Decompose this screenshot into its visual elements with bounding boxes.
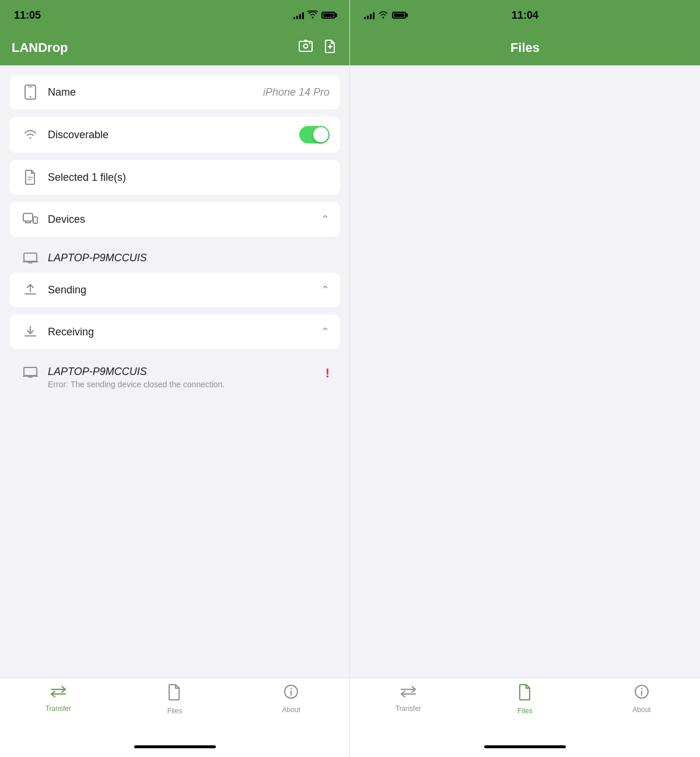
discoverable-toggle[interactable] (299, 126, 330, 143)
sending-icon (20, 283, 41, 297)
left-home-bar (134, 745, 216, 748)
error-device-info: LAPTOP-P9MCCUIS Error: The sending devic… (41, 366, 326, 391)
right-app-header: Files (350, 30, 700, 65)
receiving-card: Receiving ⌃ (9, 314, 340, 349)
wifi-settings-icon (20, 129, 41, 140)
svg-rect-7 (23, 213, 33, 221)
laptop-icon (20, 253, 41, 264)
battery-icon (321, 12, 335, 19)
name-row[interactable]: Name iPhone 14 Pro (9, 75, 340, 110)
svg-point-1 (304, 44, 308, 48)
files-label: Selected 1 file(s) (41, 171, 330, 184)
laptop-device-name: LAPTOP-P9MCCUIS (41, 252, 330, 264)
file-icon (20, 170, 41, 185)
discoverable-label: Discoverable (41, 129, 299, 141)
right-files-nav-icon (518, 684, 532, 705)
left-time: 11:05 (14, 9, 41, 22)
left-about-label: About (282, 706, 300, 714)
right-wifi-icon (378, 10, 388, 20)
name-card: Name iPhone 14 Pro (9, 75, 340, 110)
right-panel: 11:04 Files Transfer (350, 0, 700, 757)
right-status-icons-left (364, 10, 406, 20)
right-about-label: About (632, 706, 650, 714)
devices-label: Devices (41, 213, 314, 226)
add-file-icon[interactable] (323, 38, 338, 57)
left-status-icons (293, 10, 335, 20)
right-bottom-nav: Transfer Files About (350, 678, 700, 736)
sending-label: Sending (41, 284, 314, 296)
error-exclamation-icon: ! (326, 366, 330, 381)
devices-row[interactable]: Devices ⌃ (9, 202, 340, 237)
right-nav-about[interactable]: About (621, 684, 662, 714)
left-home-indicator (0, 736, 349, 757)
files-card: Selected 1 file(s) (9, 160, 340, 195)
svg-rect-12 (24, 335, 36, 337)
discoverable-card: Discoverable (9, 117, 340, 153)
svg-point-17 (641, 688, 642, 689)
name-value: iPhone 14 Pro (263, 86, 330, 99)
left-transfer-label: Transfer (46, 705, 71, 713)
left-nav-about[interactable]: About (271, 684, 312, 714)
left-bottom-nav: Transfer Files About (0, 678, 349, 736)
right-status-bar: 11:04 (350, 0, 700, 30)
right-signal-icon (364, 11, 374, 19)
laptop-device-item[interactable]: LAPTOP-P9MCCUIS (9, 244, 340, 272)
error-device-item[interactable]: LAPTOP-P9MCCUIS Error: The sending devic… (9, 356, 340, 400)
svg-rect-11 (24, 293, 36, 295)
right-nav-transfer[interactable]: Transfer (388, 684, 429, 713)
about-nav-icon (284, 684, 299, 703)
receiving-chevron-icon: ⌃ (321, 325, 330, 338)
left-nav-transfer[interactable]: Transfer (38, 684, 79, 713)
svg-rect-13 (24, 367, 37, 376)
sending-chevron-icon: ⌃ (321, 283, 330, 296)
right-app-title: Files (362, 40, 688, 55)
add-photo-icon[interactable] (298, 38, 313, 57)
toggle-knob (313, 127, 328, 142)
devices-chevron-icon: ⌃ (321, 213, 330, 226)
left-nav-files[interactable]: Files (154, 684, 195, 715)
right-transfer-icon (400, 684, 416, 702)
right-battery-icon (392, 12, 406, 19)
wifi-icon (307, 10, 318, 20)
receiving-row[interactable]: Receiving ⌃ (9, 314, 340, 349)
error-laptop-icon (20, 366, 41, 378)
phone-icon (20, 85, 41, 100)
devices-card: Devices ⌃ (9, 202, 340, 237)
signal-icon (293, 11, 304, 19)
svg-rect-10 (24, 253, 37, 261)
right-about-nav-icon (634, 684, 649, 703)
error-device-name: LAPTOP-P9MCCUIS (41, 366, 326, 378)
svg-point-9 (35, 222, 36, 223)
left-app-title: LANDrop (12, 40, 289, 55)
sending-row[interactable]: Sending ⌃ (9, 272, 340, 307)
files-row[interactable]: Selected 1 file(s) (9, 160, 340, 195)
error-text: Error: The sending device closed the con… (41, 378, 326, 391)
name-label: Name (41, 86, 263, 99)
left-files-label: Files (167, 707, 182, 715)
left-content: Name iPhone 14 Pro Discoverable (0, 65, 349, 678)
right-files-label: Files (517, 707, 532, 715)
transfer-icon (50, 684, 66, 702)
right-time: 11:04 (512, 9, 538, 22)
left-app-header: LANDrop (0, 30, 349, 65)
receiving-icon (20, 325, 41, 339)
sending-card: Sending ⌃ (9, 272, 340, 307)
left-status-bar: 11:05 (0, 0, 349, 30)
right-home-indicator (350, 736, 700, 757)
right-content (350, 65, 700, 678)
devices-icon (20, 213, 41, 226)
discoverable-row[interactable]: Discoverable (9, 117, 340, 153)
right-transfer-label: Transfer (396, 705, 421, 713)
right-home-bar (484, 745, 566, 748)
receiving-label: Receiving (41, 326, 314, 338)
right-nav-files[interactable]: Files (505, 684, 545, 715)
svg-point-15 (290, 688, 292, 689)
svg-point-3 (30, 96, 32, 98)
files-nav-icon (167, 684, 181, 705)
left-panel: 11:05 LANDrop (0, 0, 350, 757)
